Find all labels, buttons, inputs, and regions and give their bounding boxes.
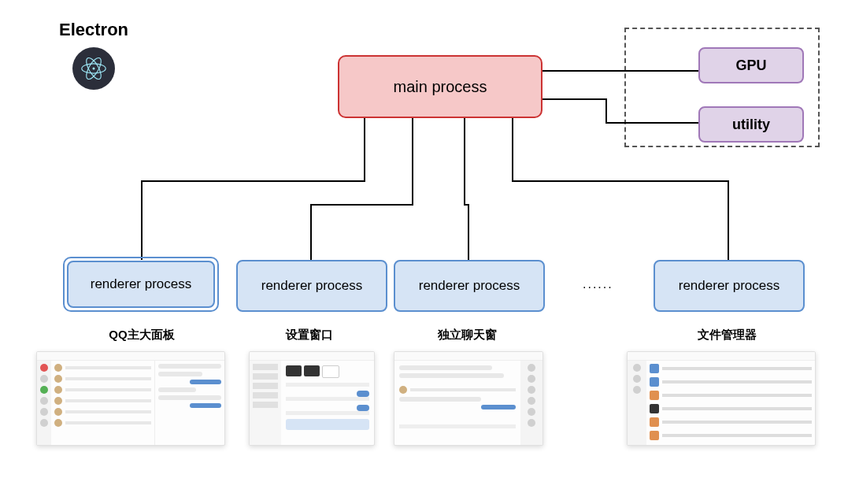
- svg-point-3: [92, 67, 94, 69]
- utility-label: utility: [732, 117, 770, 133]
- thumbnail-settings: [249, 351, 375, 446]
- thumbnail-qq-panel: [36, 351, 225, 446]
- renderer-box-3: renderer process: [394, 260, 545, 312]
- caption-3: 独立聊天窗: [392, 328, 542, 343]
- caption-1: QQ主大面板: [67, 328, 217, 343]
- caption-2: 设置窗口: [235, 328, 384, 343]
- renderer-label: renderer process: [419, 278, 520, 294]
- thumbnail-file-manager: [627, 351, 816, 446]
- caption-4: 文件管理器: [652, 328, 802, 343]
- renderer-box-1: renderer process: [63, 257, 219, 312]
- renderer-label: renderer process: [91, 276, 192, 292]
- ellipsis: ······: [583, 280, 613, 295]
- thumbnail-chat: [394, 351, 543, 446]
- gpu-label: GPU: [735, 57, 766, 74]
- title-electron: Electron: [59, 20, 128, 40]
- renderer-box-2: renderer process: [236, 260, 387, 312]
- renderer-box-4: renderer process: [654, 260, 805, 312]
- utility-box: utility: [698, 106, 804, 143]
- renderer-label: renderer process: [261, 278, 363, 294]
- electron-logo-icon: [72, 47, 115, 90]
- renderer-label: renderer process: [679, 278, 780, 294]
- main-process-box: main process: [338, 55, 542, 118]
- main-process-label: main process: [394, 78, 487, 96]
- gpu-box: GPU: [698, 47, 804, 83]
